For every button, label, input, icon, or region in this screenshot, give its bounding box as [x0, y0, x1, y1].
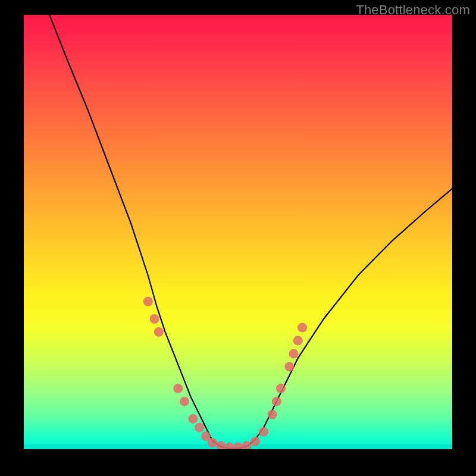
curve-marker	[173, 384, 183, 393]
curve-marker	[180, 397, 189, 406]
curve-marker	[298, 323, 307, 333]
curve-marker	[250, 437, 260, 446]
curve-marker	[259, 427, 268, 437]
curve-marker	[154, 327, 164, 337]
bottleneck-curve-path	[49, 15, 452, 449]
curve-marker	[284, 362, 294, 371]
curve-marker	[143, 297, 153, 306]
curve-marker	[195, 423, 204, 433]
curve-marker	[225, 442, 234, 449]
curve-marker	[272, 397, 281, 406]
curve-marker	[208, 438, 217, 447]
curve-marker	[289, 349, 299, 358]
curve-marker	[242, 441, 251, 449]
bottleneck-curve-svg	[24, 15, 452, 449]
curve-marker	[268, 410, 277, 419]
chart-frame: TheBottleneck.com	[0, 0, 476, 476]
curve-marker	[276, 384, 286, 393]
curve-marker	[233, 442, 243, 449]
plot-area	[24, 15, 452, 449]
curve-marker	[150, 314, 159, 324]
curve-marker	[293, 336, 303, 346]
curve-marker	[188, 414, 198, 424]
watermark-text: TheBottleneck.com	[356, 2, 470, 18]
curve-markers	[143, 297, 307, 449]
curve-marker	[216, 441, 226, 449]
